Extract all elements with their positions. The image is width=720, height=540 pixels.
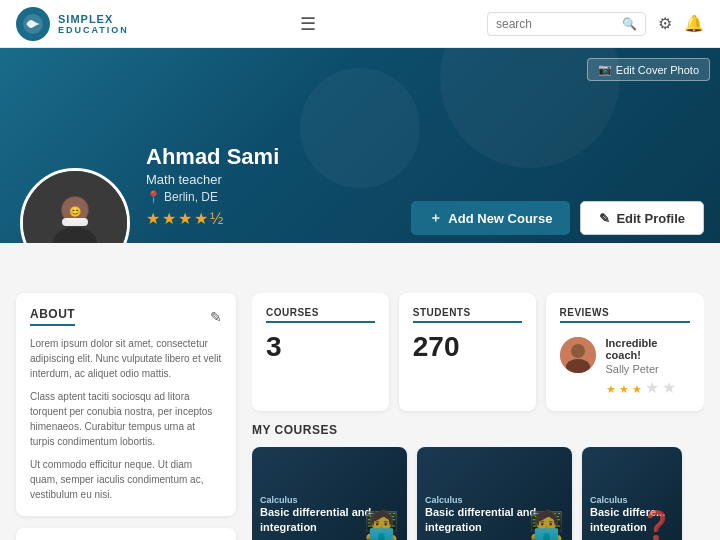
- reviewer-quote: Incredible coach!: [606, 337, 691, 361]
- main-content: ABOUT ✎ Lorem ipsum dolor sit amet, cons…: [0, 243, 720, 540]
- right-area: COURSES 3 STUDENTS 270 REVIEWS: [252, 293, 704, 540]
- course-thumb-1: Calculus Basic differential and integrat…: [252, 447, 407, 540]
- svg-point-2: [53, 227, 97, 243]
- reviewer-info: Incredible coach! Sally Peter ★ ★ ★ ★ ★: [606, 337, 691, 397]
- my-courses-section: MY COURSES Calculus Basic differential a…: [252, 423, 704, 540]
- profile-rating: ★ ★ ★ ★ ½: [146, 209, 279, 228]
- svg-text:😊: 😊: [69, 205, 82, 218]
- camera-icon: 📷: [598, 63, 612, 76]
- my-courses-title: MY COURSES: [252, 423, 704, 437]
- reviewer-avatar: [560, 337, 596, 373]
- star-4: ★: [194, 209, 208, 228]
- reviewer-stars: ★ ★ ★ ★ ★: [606, 378, 691, 397]
- header-right: 🔍 ⚙ 🔔: [487, 12, 704, 36]
- edit-profile-button[interactable]: ✎ Edit Profile: [580, 201, 704, 235]
- add-new-course-button[interactable]: ＋ Add New Course: [411, 201, 570, 235]
- logo-area: SIMPLEX EDUCATION: [16, 7, 129, 41]
- edit-cover-button[interactable]: 📷 Edit Cover Photo: [587, 58, 710, 81]
- star-3: ★: [178, 209, 192, 228]
- profile-name: Ahmad Sami: [146, 144, 279, 170]
- course-3-figure: ❓: [639, 509, 674, 540]
- left-panel: ABOUT ✎ Lorem ipsum dolor sit amet, cons…: [16, 293, 236, 540]
- course-card-1[interactable]: Calculus Basic differential and integrat…: [252, 447, 407, 540]
- about-para-2: Class aptent taciti sociosqu ad litora t…: [30, 389, 222, 449]
- courses-row: Calculus Basic differential and integrat…: [252, 447, 704, 540]
- r-star-1: ★: [606, 383, 616, 395]
- settings-icon[interactable]: ⚙: [658, 14, 672, 33]
- courses-stat-value: 3: [266, 331, 375, 363]
- course-card-2[interactable]: Calculus Basic differential and integrat…: [417, 447, 572, 540]
- about-edit-icon[interactable]: ✎: [210, 309, 222, 325]
- search-box[interactable]: 🔍: [487, 12, 646, 36]
- logo-text: SIMPLEX EDUCATION: [58, 13, 129, 35]
- logo-icon: [16, 7, 50, 41]
- avatar: 😊 📷: [20, 168, 130, 243]
- r-star-5: ★: [662, 379, 676, 396]
- contacts-card: CONTACTS ✎ ▶ YOUTUBE M GMAIL in LINKEDIN: [16, 528, 236, 540]
- course-thumb-2: Calculus Basic differential and integrat…: [417, 447, 572, 540]
- about-card: ABOUT ✎ Lorem ipsum dolor sit amet, cons…: [16, 293, 236, 516]
- reviewer-name: Sally Peter: [606, 363, 691, 375]
- course-1-category: Calculus: [260, 495, 399, 505]
- star-1: ★: [146, 209, 160, 228]
- profile-actions: ＋ Add New Course ✎ Edit Profile: [411, 201, 704, 235]
- reviews-stat-card: REVIEWS Incredible coach! Sally Peter: [546, 293, 705, 411]
- search-icon: 🔍: [622, 17, 637, 31]
- course-thumb-3: Calculus Basic differe... integration ❓: [582, 447, 682, 540]
- about-title: ABOUT: [30, 307, 75, 326]
- course-card-3[interactable]: Calculus Basic differe... integration ❓ …: [582, 447, 682, 540]
- pencil-icon: ✎: [599, 211, 610, 226]
- course-3-category: Calculus: [590, 495, 674, 505]
- hamburger-icon[interactable]: ☰: [300, 13, 316, 35]
- courses-stat-card: COURSES 3: [252, 293, 389, 411]
- banner: 📷 Edit Cover Photo 😊 📷 Ahmad Sami Math t…: [0, 48, 720, 243]
- header: SIMPLEX EDUCATION ☰ 🔍 ⚙ 🔔: [0, 0, 720, 48]
- profile-info: Ahmad Sami Math teacher 📍 Berlin, DE ★ ★…: [146, 144, 279, 243]
- location-icon: 📍: [146, 190, 161, 204]
- course-2-figure: 🧑‍💻: [529, 509, 564, 540]
- reviews-content: Incredible coach! Sally Peter ★ ★ ★ ★ ★: [560, 337, 691, 397]
- profile-location: 📍 Berlin, DE: [146, 190, 279, 204]
- course-2-category: Calculus: [425, 495, 564, 505]
- profile-title: Math teacher: [146, 172, 279, 187]
- students-stat-value: 270: [413, 331, 522, 363]
- star-2: ★: [162, 209, 176, 228]
- students-stat-label: STUDENTS: [413, 307, 522, 323]
- svg-rect-4: [62, 218, 88, 226]
- notification-icon[interactable]: 🔔: [684, 14, 704, 33]
- r-star-3: ★: [632, 383, 642, 395]
- reviews-stat-label: REVIEWS: [560, 307, 691, 323]
- plus-icon: ＋: [429, 209, 442, 227]
- about-para-1: Lorem ipsum dolor sit amet, consectetur …: [30, 336, 222, 381]
- students-stat-card: STUDENTS 270: [399, 293, 536, 411]
- courses-stat-label: COURSES: [266, 307, 375, 323]
- star-5-half: ½: [210, 210, 223, 228]
- svg-point-7: [571, 344, 585, 358]
- hamburger-menu[interactable]: ☰: [300, 13, 316, 35]
- stats-row: COURSES 3 STUDENTS 270 REVIEWS: [252, 293, 704, 411]
- about-text: Lorem ipsum dolor sit amet, consectetur …: [30, 336, 222, 502]
- search-input[interactable]: [496, 17, 616, 31]
- about-header: ABOUT ✎: [30, 307, 222, 326]
- r-star-2: ★: [619, 383, 629, 395]
- course-1-figure: 🧑‍💻: [364, 509, 399, 540]
- r-star-4: ★: [645, 379, 659, 396]
- about-para-3: Ut commodo efficitur neque. Ut diam quam…: [30, 457, 222, 502]
